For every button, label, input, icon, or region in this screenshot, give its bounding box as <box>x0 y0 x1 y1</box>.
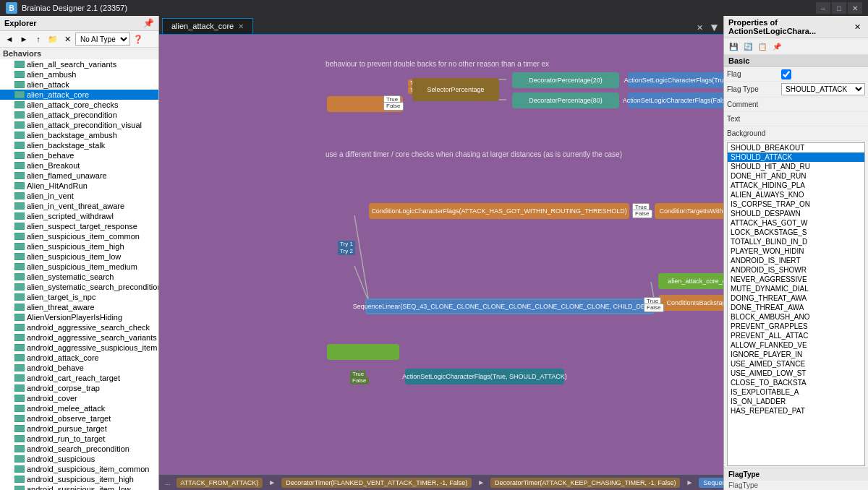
props-list-item-attack-hiding[interactable]: ATTACK_HIDING_PLA <box>728 181 864 190</box>
tree-item-alien-attack-core[interactable]: alien_attack_core <box>0 90 158 100</box>
tree-item-android-cart-reach[interactable]: android_cart_reach_target <box>0 373 158 383</box>
tree-item-android-run-to-target[interactable]: android_run_to_target <box>0 434 158 444</box>
props-list-item-done-hit-run[interactable]: DONE_HIT_AND_RUN <box>728 171 864 181</box>
delete-button[interactable]: ✕ <box>61 33 74 46</box>
pin-icon[interactable]: 📌 <box>143 18 154 28</box>
props-list-item-is-on-ladder[interactable]: IS_ON_LADDER <box>728 397 864 406</box>
explorer-tree[interactable]: Behaviors alien_all_search_variants alie… <box>0 48 158 490</box>
tree-item-alien-backstage-ambush[interactable]: alien_backstage_ambush <box>0 130 158 140</box>
props-list-item-is-corpse-trap[interactable]: IS_CORPSE_TRAP_ON <box>728 199 864 209</box>
tree-item-alien-suspicious-medium[interactable]: alien_suspicious_item_medium <box>0 262 158 272</box>
maximize-button[interactable]: □ <box>832 2 846 14</box>
tree-item-alien-in-vent[interactable]: alien_in_vent <box>0 191 158 201</box>
decorator-pct-20-node[interactable]: DecoratorPercentage(20) <box>512 72 619 88</box>
props-list-item-alien-always-knows[interactable]: ALIEN_ALWAYS_KNO <box>728 190 864 199</box>
ai-type-select[interactable]: No AI Type <box>75 33 130 46</box>
tree-item-android-pursue-target[interactable]: android_pursue_target <box>0 424 158 434</box>
tree-item-android-suspicious-low[interactable]: android_suspicious_item_low <box>0 484 158 490</box>
action-set-true-node[interactable]: ActionSetLogicCharacterFlags(True, ALLOW… <box>628 72 723 88</box>
tree-item-android-aggressive-suspicious[interactable]: android_aggressive_suspicious_item <box>0 343 158 353</box>
tree-item-alien-suspicious-high[interactable]: alien_suspicious_item_high <box>0 241 158 252</box>
tab-pin-button[interactable]: ⯆ <box>707 21 720 34</box>
tree-item-alien-attack-precondition[interactable]: alien_attack_precondition <box>0 110 158 120</box>
tree-item-alien-version-player-hiding[interactable]: AlienVersionPlayerIsHiding <box>0 312 158 322</box>
selector-pct-node[interactable]: SelectorPercentage <box>412 78 499 101</box>
props-list-item-never-aggressive[interactable]: NEVER_AGGRESSIVE <box>728 275 864 284</box>
tree-item-android-corpse-trap[interactable]: android_corpse_trap <box>0 383 158 393</box>
props-list-item-use-aimed-stance[interactable]: USE_AIMED_STANCE <box>728 359 864 369</box>
tree-item-alien-hitandrun[interactable]: Alien_HitAndRun <box>0 181 158 191</box>
tree-item-alien-flamed[interactable]: alien_flamed_unaware <box>0 171 158 181</box>
tree-item-alien-suspicious-low[interactable]: alien_suspicious_item_low <box>0 252 158 262</box>
forward-button[interactable]: ► <box>17 33 30 46</box>
props-list-item-done-threat[interactable]: DONE_THREAT_AWA <box>728 303 864 312</box>
alien-attack-checks-node[interactable]: alien_attack_core_checks <box>658 273 723 289</box>
props-list-item-totally-blind[interactable]: TOTALLY_BLIND_IN_D <box>728 237 864 246</box>
tree-item-android-aggressive-variants[interactable]: android_aggressive_search_variants <box>0 332 158 343</box>
tree-item-android-behave[interactable]: android_behave <box>0 363 158 373</box>
props-list-item-attack-got-within[interactable]: ATTACK_HAS_GOT_W <box>728 218 864 228</box>
tab-close-all-button[interactable]: ✕ <box>693 21 706 34</box>
cond-backstage-node[interactable]: ConditionIsBackstage <box>658 295 723 311</box>
bottom-flanked-vent[interactable]: DecoratorTimer(FLANKED_VENT_ATTACK_TIMER… <box>281 478 472 488</box>
tree-item-android-observe-target[interactable]: android_observe_target <box>0 413 158 424</box>
props-list-item-ignore-player[interactable]: IGNORE_PLAYER_IN <box>728 350 864 359</box>
bottom-attack-keep[interactable]: DecoratorTimer(ATTACK_KEEP_CHASING_TIMER… <box>490 478 680 488</box>
help-button[interactable]: ❓ <box>132 33 145 46</box>
props-list-item-mute-dynamic[interactable]: MUTE_DYNAMIC_DIAL <box>728 284 864 293</box>
props-list-item-close-to-backstage[interactable]: CLOSE_TO_BACKSTA <box>728 378 864 387</box>
props-paste-button[interactable]: 📌 <box>770 40 783 53</box>
props-save-button[interactable]: 💾 <box>727 40 740 53</box>
close-button[interactable]: ✕ <box>848 2 862 14</box>
tree-item-alien-backstage-stalk[interactable]: alien_backstage_stalk <box>0 140 158 150</box>
seq-linear-main-node[interactable]: SequenceLinear(SEQ_43_CLONE_CLONE_CLONE_… <box>365 298 655 314</box>
action-should-attack-node[interactable]: ActionSetLogicCharacterFlags(True, SHOUL… <box>405 369 564 384</box>
props-list-item-should-despawn[interactable]: SHOULD_DESPAWN <box>728 209 864 218</box>
props-list-item-block-ambush[interactable]: BLOCK_AMBUSH_ANO <box>728 312 864 322</box>
back-button[interactable]: ◄ <box>3 33 16 46</box>
canvas-area[interactable]: behaviour to prevent double backs for no… <box>159 35 723 474</box>
up-button[interactable]: ↑ <box>32 33 45 46</box>
bottom-seq-linear[interactable]: SequenceLinear(SEQ_43_CLONE_CLONE_C... <box>699 478 723 488</box>
tree-item-android-search-precondition[interactable]: android_search_precondition <box>0 444 158 454</box>
tree-item-alien-threat-aware[interactable]: alien_threat_aware <box>0 302 158 312</box>
tree-item-alien-in-vent-threat[interactable]: alien_in_vent_threat_aware <box>0 201 158 211</box>
props-list-item-has-repeated-pat[interactable]: HAS_REPEATED_PAT <box>728 406 864 416</box>
tree-item-android-aggressive-check[interactable]: android_aggressive_search_check <box>0 322 158 332</box>
props-list-item-is-exploitable[interactable]: IS_EXPLOITABLE_A <box>728 387 864 397</box>
props-dropdown-list[interactable]: SHOULD_BREAKOUT SHOULD_ATTACK SHOULD_HIT… <box>727 142 865 466</box>
bottom-attack-from[interactable]: ATTACK_FROM_ATTACK) <box>176 478 263 488</box>
tree-item-android-suspicious[interactable]: android_suspicious <box>0 454 158 464</box>
props-close-button[interactable]: ✕ <box>852 20 864 33</box>
props-list-item-use-aimed-low[interactable]: USE_AIMED_LOW_ST <box>728 369 864 378</box>
action-set-false-node[interactable]: ActionSetLogicCharacterFlags(False, ALLO… <box>628 93 723 108</box>
tree-item-alien-attack[interactable]: alien_attack <box>0 79 158 90</box>
props-list-item-lock-backstage[interactable]: LOCK_BACKSTAGE_S <box>728 228 864 237</box>
props-list-item-should-attack[interactable]: SHOULD_ATTACK <box>728 152 864 162</box>
tree-item-alien-attack-precondition-visual[interactable]: alien_attack_precondition_visual <box>0 120 158 130</box>
tree-item-alien-suspect[interactable]: alien_suspect_target_response <box>0 221 158 231</box>
tree-item-alien-target-npc[interactable]: alien_target_is_npc <box>0 292 158 302</box>
props-list-item-prevent-grapples[interactable]: PREVENT_GRAPPLES <box>728 322 864 331</box>
new-button[interactable]: 📁 <box>46 33 59 46</box>
tab-alien-attack-core[interactable]: alien_attack_core ✕ <box>162 18 253 34</box>
tree-item-android-attack-core[interactable]: android_attack_core <box>0 353 158 363</box>
props-flag-checkbox[interactable] <box>781 69 791 79</box>
tree-item-alien-systematic-precondition[interactable]: alien_systematic_search_precondition <box>0 282 158 292</box>
props-list-item-player-won-hiding[interactable]: PLAYER_WON_HIDIN <box>728 246 864 256</box>
props-list-item-allow-flanked[interactable]: ALLOW_FLANKED_VE <box>728 340 864 350</box>
props-list-item-doing-threat[interactable]: DOING_THREAT_AWA <box>728 293 864 303</box>
props-list-item-should-hit-run[interactable]: SHOULD_HIT_AND_RU <box>728 162 864 171</box>
tree-item-android-cover[interactable]: android_cover <box>0 393 158 403</box>
tree-item-alien-scripted[interactable]: alien_scripted_withdrawl <box>0 211 158 221</box>
props-refresh-button[interactable]: 🔄 <box>741 40 754 53</box>
cond-routing-node[interactable]: ConditionLogicCharacterFlags(ATTACK_HAS_… <box>369 203 629 219</box>
props-flagtype-select[interactable]: SHOULD_ATTACK <box>781 83 865 95</box>
minimize-button[interactable]: – <box>816 2 830 14</box>
tree-item-alien-behave[interactable]: alien_behave <box>0 150 158 160</box>
tree-item-alien-ambush[interactable]: alien_ambush <box>0 69 158 79</box>
cond-routing-dist-node[interactable]: ConditionTargetIsWithinRoutingDistance(2… <box>655 203 723 219</box>
tree-item-android-melee-attack[interactable]: android_melee_attack <box>0 403 158 413</box>
tree-item-alien-all-search[interactable]: alien_all_search_variants <box>0 59 158 69</box>
props-list-item-android-showroom[interactable]: ANDROID_IS_SHOWR <box>728 265 864 275</box>
